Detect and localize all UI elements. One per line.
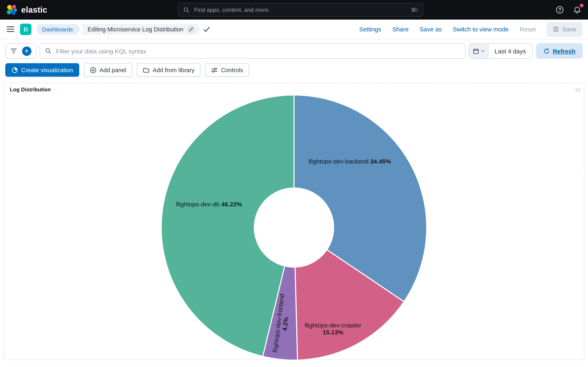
help-icon: ? (556, 6, 564, 14)
controls-sliders-icon (211, 67, 218, 73)
confirm-title-button[interactable] (203, 26, 210, 32)
calendar-button[interactable] (469, 43, 489, 59)
folder-icon (143, 67, 149, 73)
panel-options-button[interactable] (575, 86, 581, 93)
global-search-input[interactable] (193, 6, 407, 13)
filters-button[interactable] (10, 48, 17, 54)
create-visualization-button[interactable]: Create visualization (5, 63, 79, 77)
menu-button[interactable] (6, 25, 15, 34)
notifications-button[interactable] (572, 5, 581, 14)
breadcrumb-current[interactable]: Editing Microservice Log Distribution (80, 24, 201, 35)
nav-actions: Settings Share Save as Switch to view mo… (359, 22, 582, 36)
query-bar: + Last 4 days (0, 39, 588, 62)
svg-text:?: ? (558, 7, 561, 12)
kql-input[interactable] (55, 47, 460, 55)
settings-link[interactable]: Settings (359, 26, 381, 33)
edit-title-button[interactable] (187, 25, 195, 33)
pencil-icon (189, 27, 194, 32)
search-shortcut: ⌘/ (411, 7, 418, 13)
filter-funnel-icon (10, 48, 17, 54)
slice-label-flightops-dev-backend: flightops-dev-backend 34.45% (309, 158, 391, 165)
help-button[interactable]: ? (555, 5, 564, 14)
space-avatar[interactable]: D (20, 24, 31, 35)
kql-search-box[interactable] (40, 43, 466, 59)
header-icons: ? (555, 5, 581, 14)
page-title: Editing Microservice Log Distribution (87, 26, 183, 33)
global-header: elastic ⌘/ ? (0, 0, 588, 20)
filter-group: + (5, 43, 36, 59)
add-panel-button[interactable]: Add panel (84, 63, 132, 77)
search-icon (45, 48, 52, 54)
plus-in-circle-icon (90, 67, 96, 73)
donut-chart: flightops-dev-backend 34.45%flightops-de… (4, 83, 584, 360)
save-button[interactable]: Save (547, 22, 582, 36)
chevron-down-icon (481, 50, 485, 52)
dashboard-grid: Log Distribution flightops-dev-backend 3… (0, 81, 588, 360)
search-icon (183, 7, 190, 13)
refresh-button[interactable]: Refresh (536, 43, 583, 59)
time-range-value[interactable]: Last 4 days (489, 43, 532, 59)
add-filter-button[interactable]: + (22, 46, 31, 56)
calendar-icon (473, 48, 479, 54)
lens-icon (11, 67, 18, 73)
elastic-logo-icon (7, 4, 17, 15)
reset-link[interactable]: Reset (520, 26, 536, 33)
panel-drag-handle-icon (575, 88, 581, 92)
hamburger-icon (6, 26, 14, 33)
breadcrumb-bar: D Dashboards Editing Microservice Log Di… (0, 20, 588, 39)
bell-icon (573, 6, 581, 14)
share-link[interactable]: Share (392, 26, 408, 33)
brand-text: elastic (21, 5, 47, 15)
breadcrumb-dashboards[interactable]: Dashboards (37, 24, 80, 34)
switch-view-mode-link[interactable]: Switch to view mode (453, 26, 509, 33)
date-picker: Last 4 days (469, 43, 532, 59)
edit-toolbar: Create visualization Add panel Add from … (0, 62, 588, 81)
breadcrumb: Dashboards Editing Microservice Log Dist… (37, 24, 210, 35)
slice-label-flightops-dev-db: flightops-dev-db 46.22% (176, 201, 242, 208)
app-root: elastic ⌘/ ? (0, 0, 588, 367)
check-icon (203, 26, 210, 32)
notification-badge (580, 4, 584, 7)
elastic-logo[interactable]: elastic (7, 4, 47, 15)
panel-title: Log Distribution (10, 86, 51, 92)
save-as-link[interactable]: Save as (420, 26, 442, 33)
global-search[interactable]: ⌘/ (178, 3, 423, 17)
controls-button[interactable]: Controls (205, 63, 249, 77)
save-icon (553, 26, 559, 32)
add-from-library-button[interactable]: Add from library (137, 63, 201, 77)
log-distribution-panel: Log Distribution flightops-dev-backend 3… (4, 83, 584, 360)
refresh-icon (543, 48, 549, 54)
